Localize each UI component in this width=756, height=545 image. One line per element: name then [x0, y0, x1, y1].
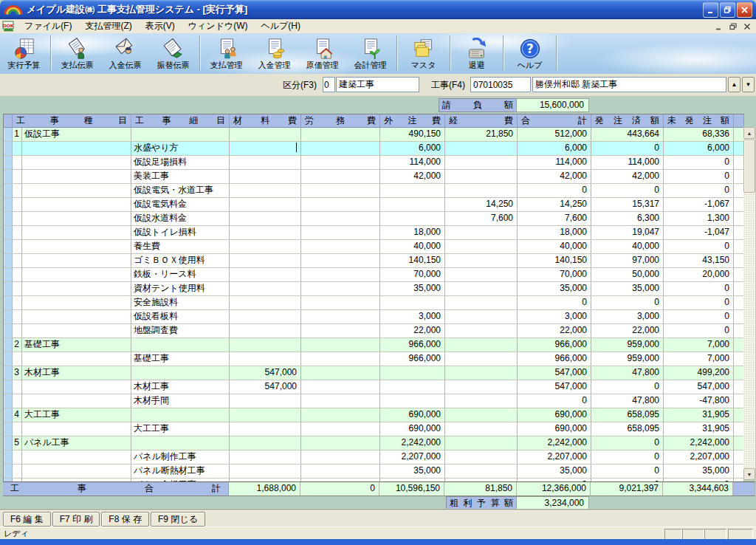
cell-detail[interactable]: 安全施設料 — [131, 296, 230, 310]
cell-extra[interactable] — [734, 450, 744, 465]
record-up-button[interactable]: ▲ — [728, 77, 740, 92]
cell-labor[interactable] — [301, 352, 380, 366]
cell-unordered[interactable]: 2,242,000 — [664, 436, 734, 450]
cell-no[interactable] — [13, 142, 22, 156]
cell-total[interactable]: 18,000 — [518, 226, 591, 240]
cell-detail[interactable] — [131, 366, 230, 380]
table-row[interactable]: 仮設水道料金7,6007,6006,3001,300 — [4, 212, 744, 226]
cell-material[interactable] — [230, 212, 301, 226]
cell-total[interactable]: 114,000 — [518, 156, 591, 170]
cell-extra[interactable] — [734, 142, 744, 156]
cell-labor[interactable] — [301, 380, 380, 394]
cell-no[interactable]: 4 — [13, 408, 22, 422]
cell-labor[interactable] — [301, 212, 380, 226]
toolbar-button-支払伝票[interactable]: 支払伝票 — [53, 33, 101, 72]
cell-no[interactable] — [13, 422, 22, 436]
cell-item[interactable] — [22, 170, 131, 184]
cell-unordered[interactable]: 2,207,000 — [664, 450, 734, 465]
cell-detail[interactable]: 木材工事 — [131, 380, 230, 394]
cell-material[interactable] — [230, 170, 301, 184]
cell-expense[interactable] — [445, 436, 518, 450]
cell-labor[interactable] — [301, 268, 380, 282]
cell-labor[interactable] — [301, 254, 380, 268]
cell-ordered[interactable]: 47,800 — [591, 366, 664, 380]
cell-extra[interactable] — [734, 226, 744, 240]
cell-detail[interactable]: 仮設電気・水道工事 — [131, 184, 230, 198]
cell-detail[interactable]: 仮設電気料金 — [131, 198, 230, 212]
cell-outsourcing[interactable]: 966,000 — [380, 338, 445, 352]
cell-total[interactable]: 35,000 — [518, 282, 591, 296]
cell-expense[interactable] — [445, 142, 518, 156]
cell-expense[interactable] — [445, 226, 518, 240]
cell-total[interactable]: 0 — [518, 296, 591, 310]
cell-total[interactable]: 0 — [518, 184, 591, 198]
restore-button[interactable] — [720, 2, 735, 18]
cell-material[interactable] — [230, 184, 301, 198]
cell-extra[interactable] — [734, 296, 744, 310]
cell-item[interactable]: 仮設工事 — [22, 128, 131, 142]
cell-detail[interactable]: ゴミＢＯＸ使用料 — [131, 254, 230, 268]
cell-material[interactable] — [230, 268, 301, 282]
cell-labor[interactable] — [301, 408, 380, 422]
cell-material[interactable] — [230, 436, 301, 450]
cell-detail[interactable]: 基礎工事 — [131, 352, 230, 366]
cell-ordered[interactable]: 40,000 — [591, 240, 664, 254]
toolbar-button-退避[interactable]: 退避 — [453, 33, 501, 72]
kubun-name-input[interactable] — [336, 77, 419, 92]
toolbar-button-支払管理[interactable]: 支払管理 — [202, 33, 250, 72]
cell-labor[interactable] — [301, 394, 380, 408]
toolbar-button-入金伝票[interactable]: 入金伝票 — [101, 33, 149, 72]
scroll-up-button[interactable]: ▲ — [743, 127, 755, 139]
cell-ordered[interactable]: 658,095 — [591, 408, 664, 422]
cell-outsourcing[interactable]: 42,000 — [380, 170, 445, 184]
cell-expense[interactable] — [445, 450, 518, 465]
cell-labor[interactable] — [301, 324, 380, 338]
menu-item-3[interactable]: ウィンドウ(W) — [182, 20, 255, 32]
cell-detail[interactable]: 大工工事 — [131, 422, 230, 436]
cell-total[interactable]: 2,242,000 — [518, 436, 591, 450]
cell-labor[interactable] — [301, 226, 380, 240]
cell-extra[interactable] — [734, 282, 744, 296]
cell-no[interactable]: 1 — [13, 128, 22, 142]
cell-extra[interactable] — [734, 184, 744, 198]
table-row-section[interactable]: 2基礎工事966,000966,000959,0007,000 — [4, 338, 744, 352]
cell-material[interactable] — [230, 422, 301, 436]
cell-ordered[interactable]: 6,300 — [591, 212, 664, 226]
cell-unordered[interactable]: 0 — [664, 240, 734, 254]
menu-item-2[interactable]: 表示(V) — [139, 20, 182, 32]
cell-outsourcing[interactable]: 2,242,000 — [380, 436, 445, 450]
cell-item[interactable] — [22, 226, 131, 240]
cell-item[interactable]: 基礎工事 — [22, 338, 131, 352]
cell-unordered[interactable]: 0 — [664, 296, 734, 310]
scroll-down-button[interactable]: ▼ — [743, 468, 755, 480]
cell-total[interactable]: 7,600 — [518, 212, 591, 226]
cell-expense[interactable] — [445, 324, 518, 338]
cell-labor[interactable] — [301, 436, 380, 450]
cell-item[interactable] — [22, 198, 131, 212]
cell-detail[interactable] — [131, 436, 230, 450]
cell-expense[interactable] — [445, 422, 518, 436]
toolbar-button-振替伝票[interactable]: 振替伝票 — [149, 33, 197, 72]
cell-detail[interactable]: 鉄板・リース料 — [131, 268, 230, 282]
cell-unordered[interactable]: 547,000 — [664, 380, 734, 394]
cell-material[interactable] — [230, 226, 301, 240]
cell-item[interactable] — [22, 268, 131, 282]
cell-extra[interactable] — [734, 198, 744, 212]
cell-expense[interactable] — [445, 310, 518, 324]
cell-item[interactable] — [22, 254, 131, 268]
cell-ordered[interactable]: 0 — [591, 296, 664, 310]
cell-detail[interactable]: パネル断熱材工事 — [131, 465, 230, 479]
cell-unordered[interactable]: 35,000 — [664, 465, 734, 479]
table-row-section[interactable]: 1仮設工事490,15021,850512,000443,66468,336 — [4, 128, 744, 142]
table-row[interactable]: パネル断熱材工事35,00035,000035,000 — [4, 465, 744, 479]
cell-detail[interactable]: 地盤調査費 — [131, 324, 230, 338]
vertical-scrollbar[interactable]: ▲ ▼ — [743, 127, 755, 480]
cell-item[interactable] — [22, 282, 131, 296]
cell-total[interactable]: 14,250 — [518, 198, 591, 212]
cell-material[interactable] — [230, 156, 301, 170]
cell-outsourcing[interactable]: 70,000 — [380, 268, 445, 282]
cell-labor[interactable] — [301, 338, 380, 352]
cell-material[interactable] — [230, 296, 301, 310]
cell-material[interactable] — [230, 254, 301, 268]
cell-no[interactable] — [13, 212, 22, 226]
